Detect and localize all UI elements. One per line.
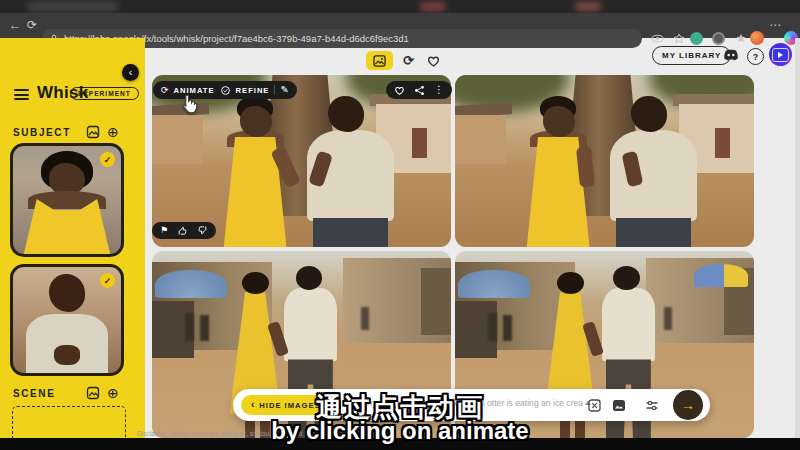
overflow-menu-icon[interactable]: ⋮ (434, 85, 444, 95)
favorites-icon[interactable] (424, 51, 443, 70)
animate-loop-icon: ⟳ (161, 86, 169, 95)
refresh-icon[interactable]: ⟳ (27, 13, 37, 38)
extension-icon-dark[interactable] (712, 32, 725, 45)
animate-view-icon[interactable]: ⟳ (399, 51, 418, 70)
whisk-app-window: ← ⟳ https://labs.google/fx/tools/whisk/p… (0, 0, 800, 450)
experiment-badge: EXPERIMENT (70, 87, 139, 100)
add-subject-icon[interactable]: ⊕ (107, 125, 119, 139)
umbrella (458, 270, 530, 298)
favorite-heart-icon[interactable] (394, 85, 405, 96)
result-image-2[interactable] (455, 75, 754, 247)
subject-thumbnail-man[interactable]: ✓ (10, 264, 124, 376)
selected-check-icon[interactable]: ✓ (100, 273, 115, 288)
subject-section-label: SUBJECT (13, 127, 71, 138)
sidebar: Whisk EXPERIMENT SUBJECT ⊕ ✓ ✓ SCENE ⊕ (0, 38, 145, 450)
browser-tab[interactable] (420, 2, 446, 11)
flag-icon[interactable]: ⚑ (160, 226, 168, 235)
extension-icon-green[interactable] (690, 32, 703, 45)
umbrella (694, 264, 748, 286)
feedback-pill: ⚑ (152, 222, 216, 239)
edit-pen-icon[interactable]: ✎ (280, 85, 288, 95)
browser-tab-strip[interactable] (0, 0, 800, 13)
share-icon[interactable] (414, 85, 425, 96)
play-logo-icon (772, 48, 789, 62)
browser-navbar: ← ⟳ https://labs.google/fx/tools/whisk/p… (0, 13, 800, 38)
sidebar-collapse-button[interactable]: ‹ (122, 64, 139, 81)
umbrella (155, 270, 227, 298)
subject-gallery-icon[interactable] (86, 125, 101, 140)
image-toolbar: ⟳ ANIMATE REFINE ✎ (153, 81, 297, 99)
back-icon[interactable]: ← (9, 13, 21, 38)
refine-button[interactable]: REFINE (236, 86, 270, 95)
user-avatar[interactable] (769, 43, 792, 66)
my-library-button[interactable]: MY LIBRARY (652, 46, 731, 65)
mouse-cursor (176, 92, 202, 118)
images-view-button[interactable] (366, 51, 393, 70)
thumbs-up-icon[interactable] (177, 225, 188, 236)
photo-tree-scene (455, 75, 754, 247)
scrollbar[interactable] (795, 38, 800, 450)
menu-icon[interactable] (14, 89, 29, 100)
help-icon[interactable]: ? (747, 48, 764, 65)
more-menu-icon[interactable]: ⋯ (769, 13, 781, 38)
reading-mode-icon[interactable] (650, 31, 665, 46)
subject-thumbnail-woman[interactable]: ✓ (10, 143, 124, 257)
refine-check-icon (220, 85, 231, 96)
extensions-icon[interactable] (733, 31, 748, 46)
thumbs-down-icon[interactable] (197, 225, 208, 236)
browser-tab[interactable] (28, 2, 118, 11)
profile-avatar-icon[interactable] (750, 31, 764, 45)
image-actions-pill: ⋮ (386, 81, 452, 99)
subtitle-english: by clicking on animate (0, 417, 800, 445)
selected-check-icon[interactable]: ✓ (100, 152, 115, 167)
discord-icon[interactable] (722, 47, 740, 63)
browser-tab[interactable] (575, 2, 601, 11)
image-icon (373, 55, 386, 67)
favorite-star-icon[interactable] (671, 31, 686, 46)
